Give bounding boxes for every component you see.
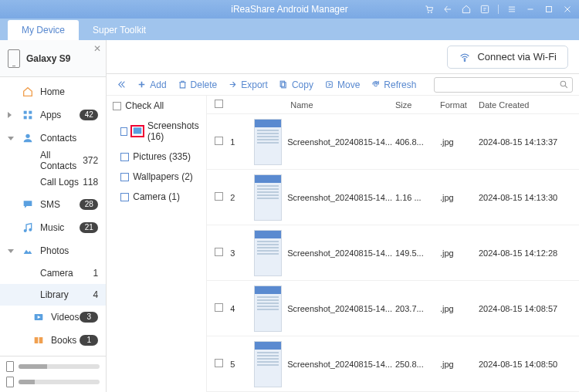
nav-list: Home Apps42 Contacts All Contacts372 Cal…: [0, 77, 106, 356]
nav-all-contacts[interactable]: All Contacts372: [0, 150, 106, 171]
row-number: 2: [230, 193, 249, 202]
thumbnail: [254, 174, 282, 221]
folder-screenshots[interactable]: Screenshots (16): [113, 116, 200, 147]
refresh-button[interactable]: Refresh: [367, 78, 419, 92]
search-icon: [559, 79, 569, 90]
row-checkbox[interactable]: [215, 137, 223, 145]
col-format[interactable]: Format: [440, 100, 479, 110]
checkbox[interactable]: [120, 173, 129, 181]
col-name[interactable]: Name: [287, 100, 395, 110]
home-icon: [22, 86, 34, 98]
back-icon[interactable]: [442, 4, 453, 15]
move-button[interactable]: Move: [321, 78, 363, 92]
add-button[interactable]: Add: [134, 78, 169, 92]
collapse-button[interactable]: [113, 78, 129, 91]
svg-rect-17: [134, 127, 142, 133]
minimize-icon[interactable]: [525, 4, 536, 15]
checkbox[interactable]: [113, 102, 121, 110]
device-name: Galaxy S9: [26, 53, 70, 64]
connect-wifi-button[interactable]: Connect via Wi-Fi: [447, 46, 568, 69]
folder-icon: [131, 126, 144, 137]
device-close-icon[interactable]: ✕: [93, 43, 101, 54]
window-title: iReaShare Android Manager: [231, 4, 347, 15]
table-row[interactable]: 5Screenshot_20240815-14...250.8....jpg20…: [207, 336, 579, 392]
col-size[interactable]: Size: [395, 100, 440, 110]
search-input[interactable]: [434, 77, 573, 93]
contacts-icon: [22, 132, 34, 144]
file-name: Screenshot_20240815-14...: [287, 137, 395, 147]
table-body: 1Screenshot_20240815-14...406.8....jpg20…: [207, 114, 579, 392]
col-date[interactable]: Date Created: [479, 100, 579, 110]
sms-badge: 28: [80, 199, 98, 210]
sd-storage-icon: [6, 377, 14, 387]
nav-camera[interactable]: Camera1: [0, 262, 106, 284]
folder-wallpapers[interactable]: Wallpapers (2): [113, 167, 200, 187]
row-checkbox[interactable]: [215, 192, 223, 201]
nav-music[interactable]: Music21: [0, 216, 106, 239]
copy-button[interactable]: Copy: [276, 78, 317, 92]
file-format: .jpg: [440, 304, 479, 313]
feedback-icon[interactable]: [479, 4, 490, 15]
chevron-down-icon: [8, 137, 14, 140]
nav-home[interactable]: Home: [0, 80, 106, 103]
file-format: .jpg: [440, 193, 479, 202]
nav-apps[interactable]: Apps42: [0, 103, 106, 127]
folder-pictures[interactable]: Pictures (335): [113, 147, 200, 167]
table-row[interactable]: 1Screenshot_20240815-14...406.8....jpg20…: [207, 114, 579, 170]
file-format: .jpg: [440, 248, 479, 258]
tab-my-device[interactable]: My Device: [8, 20, 79, 40]
apps-badge: 42: [80, 110, 98, 120]
folder-camera[interactable]: Camera (1): [113, 187, 200, 207]
nav-contacts[interactable]: Contacts: [0, 127, 106, 150]
home-icon[interactable]: [461, 4, 472, 15]
svg-rect-3: [547, 7, 552, 12]
file-name: Screenshot_20240815-14...: [287, 360, 395, 369]
nav-books[interactable]: Books1: [0, 329, 106, 352]
row-number: 1: [230, 137, 249, 147]
phone-storage-icon: [6, 361, 14, 372]
videos-badge: 3: [80, 312, 98, 323]
videos-icon: [32, 311, 45, 323]
file-size: 203.7...: [395, 304, 440, 313]
maximize-icon[interactable]: [543, 4, 554, 15]
row-checkbox[interactable]: [215, 359, 223, 367]
export-button[interactable]: Export: [225, 78, 271, 92]
svg-rect-2: [481, 5, 488, 12]
checkbox[interactable]: [120, 193, 129, 201]
chevron-down-icon: [8, 249, 14, 253]
cart-icon[interactable]: [424, 4, 435, 15]
close-icon[interactable]: [562, 4, 573, 15]
row-checkbox[interactable]: [215, 248, 223, 256]
nav-videos[interactable]: Videos3: [0, 306, 106, 329]
table-row[interactable]: 2Screenshot_20240815-14...1.16 ....jpg20…: [207, 170, 579, 225]
tab-super-toolkit[interactable]: Super Toolkit: [79, 20, 160, 40]
file-size: 250.8...: [395, 360, 440, 369]
table-row[interactable]: 4Screenshot_20240815-14...203.7....jpg20…: [207, 281, 579, 336]
photos-icon: [22, 245, 34, 257]
music-badge: 21: [80, 222, 98, 233]
row-checkbox[interactable]: [215, 303, 223, 312]
chevron-right-icon: [8, 112, 12, 118]
separator: [498, 5, 499, 14]
row-number: 5: [230, 360, 249, 369]
sms-icon: [22, 198, 34, 211]
delete-button[interactable]: Delete: [174, 78, 221, 92]
all-contacts-badge: 372: [83, 155, 98, 166]
checkbox[interactable]: [120, 153, 129, 161]
table-row[interactable]: 3Screenshot_20240815-14...149.5....jpg20…: [207, 225, 579, 281]
file-format: .jpg: [440, 360, 479, 369]
checkbox[interactable]: [120, 127, 127, 136]
file-date: 2024-08-15 14:13:30: [479, 193, 579, 202]
nav-library[interactable]: Library4: [0, 284, 106, 306]
check-all[interactable]: Check All: [113, 100, 200, 111]
nav-sms[interactable]: SMS28: [0, 193, 106, 216]
check-all-rows[interactable]: [215, 100, 223, 108]
svg-point-8: [25, 134, 29, 138]
file-date: 2024-08-15 14:13:37: [479, 137, 579, 147]
menu-icon[interactable]: [506, 4, 517, 15]
nav-call-logs[interactable]: Call Logs118: [0, 171, 106, 193]
apps-icon: [22, 109, 34, 121]
file-name: Screenshot_20240815-14...: [287, 193, 395, 202]
svg-point-10: [29, 228, 32, 231]
nav-photos[interactable]: Photos: [0, 239, 106, 262]
